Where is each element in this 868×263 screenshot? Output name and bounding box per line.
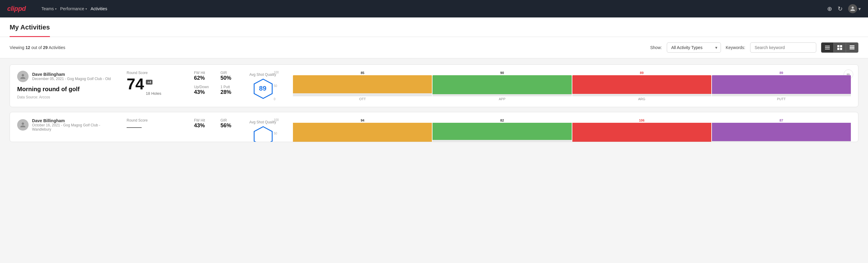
svg-rect-0 xyxy=(825,46,830,46)
bar-arg xyxy=(572,75,711,94)
user-name: Dave Billingham xyxy=(32,72,111,77)
viewing-count: 12 xyxy=(26,45,30,50)
total-count: 29 xyxy=(43,45,48,50)
bar-bg-app xyxy=(433,94,571,96)
bar-col-putt: 89 PUTT xyxy=(712,71,851,101)
round-score-section-2: Round Score xyxy=(127,118,187,129)
bar-wrapper-ott-2 xyxy=(293,123,432,142)
bar-bg-ott xyxy=(293,93,432,96)
main-header: clippd Teams ▾ Performance ▾ Activities … xyxy=(0,0,868,18)
sub-stats-section-2: FW Hit 43% GIR 56% xyxy=(194,118,242,129)
shot-quality-hex: Avg Shot Quality 89 xyxy=(249,72,276,99)
avatar xyxy=(17,71,29,82)
activity-card-2: Dave Billingham October 16, 2021 - Gog M… xyxy=(10,112,858,142)
round-score-value: 74 xyxy=(127,76,144,92)
user-date: December 05, 2021 - Gog Magog Golf Club … xyxy=(32,77,111,81)
svg-rect-6 xyxy=(840,48,842,50)
shot-quality-section-2: Avg Shot Quality 100 50 0 xyxy=(249,118,851,142)
bar-app-2 xyxy=(433,123,571,140)
bar-wrapper-app xyxy=(433,75,571,96)
shot-quality-section: Avg Shot Quality 89 100 50 0 xyxy=(249,71,851,101)
bar-col-ott: 85 OTT xyxy=(293,71,432,101)
y-axis: 100 50 0 xyxy=(274,71,279,101)
round-score-section: Round Score 74 +4 18 Holes xyxy=(127,71,187,97)
refresh-icon[interactable]: ↻ xyxy=(838,5,843,12)
bar-value-putt-2: 87 xyxy=(780,119,783,122)
data-source: Data Source: Arccos xyxy=(17,95,119,99)
gir-stat: GIR 50% xyxy=(220,71,242,81)
user-chevron-icon: ▾ xyxy=(858,6,861,12)
nav-item-performance[interactable]: Performance ▾ xyxy=(59,6,88,11)
updown-label: Up/Down xyxy=(194,85,216,89)
avatar xyxy=(848,4,857,13)
round-score-label-2: Round Score xyxy=(127,118,187,122)
gir-value: 50% xyxy=(220,75,242,81)
user-details: Dave Billingham December 05, 2021 - Gog … xyxy=(32,72,111,81)
view-list-full-button[interactable] xyxy=(846,43,858,52)
bar-label-arg: ARG xyxy=(638,97,645,101)
bar-wrapper-ott xyxy=(293,75,432,96)
main-nav: Teams ▾ Performance ▾ Activities xyxy=(40,6,108,11)
user-info: Dave Billingham December 05, 2021 - Gog … xyxy=(17,71,119,82)
bar-putt xyxy=(712,75,851,94)
bar-bg-arg xyxy=(572,94,711,96)
svg-marker-11 xyxy=(254,127,272,142)
card-left-2: Dave Billingham October 16, 2021 - Gog M… xyxy=(17,118,119,135)
logo[interactable]: clippd xyxy=(7,5,26,12)
nav-item-teams[interactable]: Teams ▾ xyxy=(40,6,58,11)
bar-label-putt: PUTT xyxy=(777,97,786,101)
nav-item-activities[interactable]: Activities xyxy=(89,6,108,11)
fw-hit-label: FW Hit xyxy=(194,71,216,75)
add-icon[interactable]: ⊕ xyxy=(827,5,832,12)
gir-label: GIR xyxy=(220,71,242,75)
user-avatar-button[interactable]: ▾ xyxy=(848,4,861,13)
shot-quality-chart-2: 100 50 0 94 OTT 82 xyxy=(283,118,851,142)
fw-hit-label-2: FW Hit xyxy=(194,118,216,122)
shot-quality-hex-2: Avg Shot Quality xyxy=(249,120,276,142)
view-list-compact-button[interactable] xyxy=(822,43,834,52)
card-left: Dave Billingham December 05, 2021 - Gog … xyxy=(17,71,119,99)
svg-rect-3 xyxy=(837,45,839,47)
gir-stat-2: GIR 56% xyxy=(220,118,242,129)
round-score-label: Round Score xyxy=(127,71,187,75)
user-date-2: October 16, 2021 - Gog Magog Golf Club -… xyxy=(32,123,119,132)
view-grid-button[interactable] xyxy=(834,43,846,52)
bar-wrapper-putt xyxy=(712,75,851,96)
user-info-2: Dave Billingham October 16, 2021 - Gog M… xyxy=(17,118,119,132)
svg-rect-4 xyxy=(840,45,842,47)
bar-ott xyxy=(293,75,432,93)
bar-value-app-2: 82 xyxy=(500,119,504,122)
bar-app xyxy=(433,75,571,94)
filter-bar: Viewing 12 out of 29 Activities Show: Al… xyxy=(0,37,868,58)
activity-type-select-wrapper: All Activity Types xyxy=(667,42,721,53)
avg-shot-quality-label-2: Avg Shot Quality xyxy=(249,120,276,124)
hexagon-2 xyxy=(252,125,273,142)
fw-hit-stat: FW Hit 62% xyxy=(194,71,216,81)
bar-bg-putt xyxy=(712,94,851,96)
activity-type-select[interactable]: All Activity Types xyxy=(667,42,721,53)
bar-col-ott-2: 94 OTT xyxy=(293,119,432,142)
main-content: ✏ Dave Billingham December 05, 2021 - Go… xyxy=(0,58,868,153)
bar-col-arg-2: 106 ARG xyxy=(572,119,711,142)
bar-wrapper-app-2 xyxy=(433,123,571,142)
one-putt-value: 28% xyxy=(220,89,242,95)
bar-value-arg: 89 xyxy=(640,71,644,75)
gir-label-2: GIR xyxy=(220,118,242,122)
updown-stat: Up/Down 43% xyxy=(194,85,216,95)
bar-label-app: APP xyxy=(499,97,505,101)
one-putt-stat: 1 Putt 28% xyxy=(220,85,242,95)
teams-chevron-icon: ▾ xyxy=(55,7,57,10)
keywords-label: Keywords: xyxy=(726,45,745,50)
holes-text: 18 Holes xyxy=(146,91,161,96)
bar-col-putt-2: 87 PUTT xyxy=(712,119,851,142)
bar-value-ott-2: 94 xyxy=(361,119,364,122)
bar-col-app: 90 APP xyxy=(433,71,571,101)
search-input[interactable] xyxy=(750,42,816,53)
one-putt-label: 1 Putt xyxy=(220,85,242,89)
svg-rect-9 xyxy=(850,49,855,49)
user-details-2: Dave Billingham October 16, 2021 - Gog M… xyxy=(32,118,119,132)
hexagon: 89 xyxy=(252,78,273,99)
performance-chevron-icon: ▾ xyxy=(85,7,87,10)
bar-wrapper-arg xyxy=(572,75,711,96)
bar-value-putt: 89 xyxy=(780,71,783,75)
